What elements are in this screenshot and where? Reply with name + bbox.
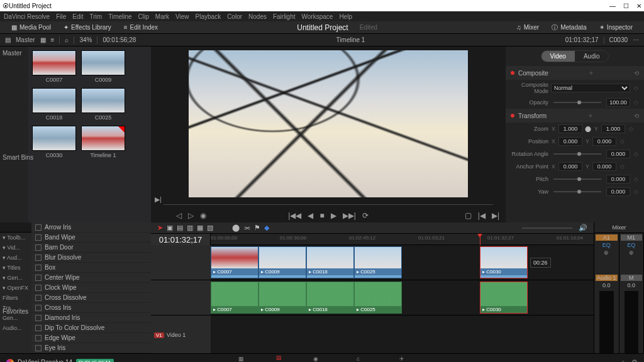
plus-icon[interactable]: ＋ <box>587 111 594 120</box>
close-button[interactable]: ✕ <box>636 3 641 9</box>
timeline-name[interactable]: Timeline 1 <box>336 36 365 43</box>
list-view-icon[interactable]: ▤ <box>5 36 11 43</box>
out-point-icon[interactable]: ▷ <box>188 211 194 220</box>
page-color[interactable]: ◉Color <box>309 356 323 362</box>
prev-clip-icon[interactable]: |◀ <box>478 211 486 220</box>
settings-icon[interactable]: ⚙ <box>631 358 638 362</box>
zoom-x[interactable]: 1.000 <box>558 124 582 133</box>
video-clip[interactable]: ▸ C0018 <box>306 246 354 278</box>
home-icon[interactable]: ⌂ <box>621 358 625 362</box>
search-icon[interactable]: ⌕ <box>65 36 69 43</box>
page-edit[interactable]: ▤Edit <box>274 354 284 362</box>
viewer-scrubber[interactable] <box>164 201 493 209</box>
timeline-zoom-slider[interactable] <box>522 228 572 229</box>
fx-category[interactable]: ▾ Gen... <box>0 273 31 283</box>
fx-category[interactable]: ▾ OpenFX <box>0 283 31 293</box>
anchor-y[interactable]: 0.000 <box>592 162 616 171</box>
video-clip[interactable]: ▸ C0009 <box>258 246 306 278</box>
transform-header[interactable]: Transform＋⟲ <box>506 109 644 123</box>
video-track-header[interactable]: V1Video 1 ◻ ▢ ▢ 5 Clips <box>151 245 211 280</box>
fx-category[interactable]: Audio... <box>0 323 31 333</box>
fx-search[interactable] <box>0 222 31 233</box>
menu-item[interactable]: File <box>56 13 66 20</box>
overlay-icon[interactable]: ▢ <box>465 211 472 220</box>
menu-item[interactable]: Color <box>227 13 242 20</box>
menu-item[interactable]: Edit <box>72 13 83 20</box>
scale-value[interactable]: 34% <box>79 36 92 43</box>
fx-category[interactable]: ▾ Titles <box>0 263 31 273</box>
link-icon[interactable]: ⬤ <box>232 224 240 232</box>
fx-item[interactable]: Band Wipe <box>31 233 151 243</box>
trim-tool-icon[interactable]: ▣ <box>167 224 173 232</box>
media-thumb[interactable]: C0018 <box>32 88 76 121</box>
chain-icon[interactable]: ⫘ <box>243 224 250 232</box>
media-thumb[interactable]: Timeline 1 <box>81 126 125 158</box>
list-view-icon[interactable]: ≡ <box>51 36 55 43</box>
menu-item[interactable]: Mark <box>155 13 169 20</box>
options-icon[interactable]: ⋯ <box>633 36 639 43</box>
next-frame-icon[interactable]: ▶▶| <box>343 211 356 220</box>
tab-effects-library[interactable]: ✦Effects Library <box>57 24 118 31</box>
insert-tool-icon[interactable]: ▥ <box>187 224 193 232</box>
menu-item[interactable]: Trim <box>90 13 103 20</box>
loop-icon[interactable]: ⟳ <box>362 211 369 220</box>
selection-tool-icon[interactable]: ➤ <box>157 224 163 232</box>
link-icon[interactable]: ⬤ <box>585 126 591 132</box>
video-clip[interactable]: ▸ C0030 <box>480 246 528 278</box>
reset-icon[interactable]: ⟲ <box>634 70 639 77</box>
media-thumb[interactable]: C0009 <box>81 50 125 83</box>
fx-item[interactable]: Clock Wipe <box>31 283 151 293</box>
opacity-slider[interactable] <box>553 102 601 103</box>
tab-media-pool[interactable]: ▦Media Pool <box>5 24 57 31</box>
grid-view-icon[interactable]: ▦ <box>40 36 46 43</box>
tab-inspector[interactable]: ✶Inspector <box>593 24 639 31</box>
reset-icon[interactable]: ⟲ <box>634 112 639 119</box>
minimize-button[interactable]: — <box>609 3 616 9</box>
opacity-value[interactable]: 100.00 <box>606 98 630 107</box>
keyframe-icon[interactable]: ◇ <box>633 85 639 91</box>
blade-tool-icon[interactable]: ▤ <box>177 224 183 232</box>
fx-item[interactable]: Diamond Iris <box>31 313 151 323</box>
media-thumb[interactable]: C0025 <box>81 88 125 121</box>
replace-tool-icon[interactable]: ▧ <box>207 224 213 232</box>
fx-item[interactable]: Edge Wipe <box>31 333 151 343</box>
flag-icon[interactable]: ⚑ <box>254 224 260 232</box>
rotation-slider[interactable] <box>553 153 601 155</box>
menu-item[interactable]: Clip <box>138 13 149 20</box>
composite-mode-select[interactable]: Normal <box>551 84 630 92</box>
audio-clip[interactable]: ▸ C0018 <box>306 282 354 314</box>
page-deliver[interactable]: ✈Deliver <box>393 356 411 362</box>
timeline-ruler[interactable]: 01:00:00;0001:00:30;0601:02:45;1201:01:0… <box>211 234 594 245</box>
menu-item[interactable]: Timeline <box>108 13 131 20</box>
fx-item[interactable]: Box <box>31 263 151 273</box>
audio-clip[interactable]: ▸ C0007 <box>211 282 258 314</box>
fx-category[interactable]: ▾ Aud... <box>0 253 31 263</box>
media-thumb[interactable]: C0030 <box>32 126 76 158</box>
audio-clip[interactable]: ▸ C0025 <box>354 282 402 314</box>
favorites-header[interactable]: Favorites <box>3 308 28 315</box>
fx-item[interactable]: Blur Dissolve <box>31 253 151 263</box>
video-clip[interactable]: ▸ C0007 <box>211 246 258 278</box>
plus-icon[interactable]: ＋ <box>588 69 594 77</box>
smart-bins-header[interactable]: Smart Bins <box>3 154 33 161</box>
play-icon[interactable]: ▶ <box>331 211 336 220</box>
fx-item[interactable]: Arrow Iris <box>31 222 151 233</box>
match-frame-icon[interactable]: ◉ <box>200 211 206 220</box>
fx-item[interactable]: Cross Dissolve <box>31 293 151 303</box>
anchor-x[interactable]: 0.000 <box>558 162 582 171</box>
audio-clip[interactable]: ▸ C0009 <box>258 282 306 314</box>
fx-item[interactable]: Dip To Color Dissolve <box>31 323 151 333</box>
mixer-channel-m1[interactable]: M1 EQ ⊕ M 0.0 <box>619 233 645 358</box>
page-media[interactable]: ▦Media <box>233 356 249 362</box>
fx-category[interactable]: ▾ Vid... <box>0 243 31 253</box>
inspector-tab-audio[interactable]: Audio <box>575 51 609 62</box>
in-point-icon[interactable]: ◁ <box>176 211 182 220</box>
fx-category[interactable]: ▾ Toolb... <box>0 233 31 243</box>
viewer-image[interactable] <box>189 50 468 197</box>
fx-item[interactable]: Cross Iris <box>31 303 151 313</box>
menu-item[interactable]: Playback <box>196 13 221 20</box>
audio-track-header[interactable]: A1Audio 12.0 M S ▢ ▢ 5 Clips <box>151 280 211 315</box>
fx-item[interactable]: Barn Door <box>31 243 151 253</box>
first-frame-icon[interactable]: |◀◀ <box>288 211 301 220</box>
rotation-value[interactable]: 0.000 <box>606 150 630 158</box>
